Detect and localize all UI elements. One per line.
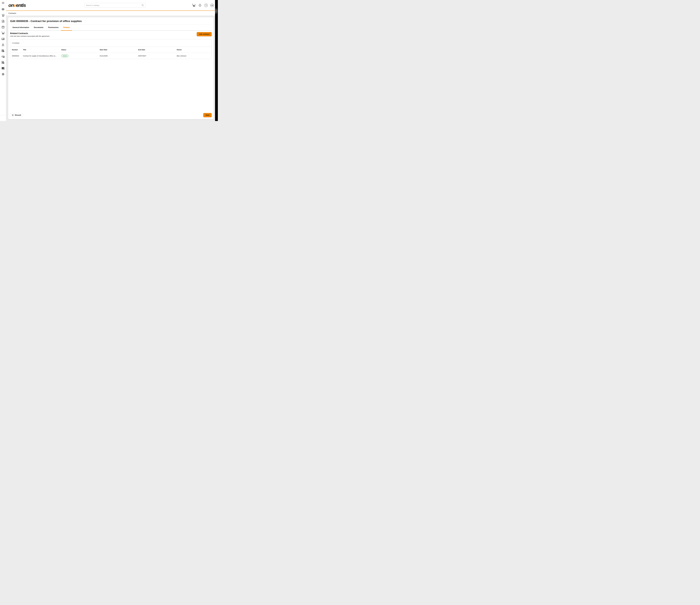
section-heading: Related Contracts: [10, 32, 50, 34]
page-title: Edit 00000035 - Contract for provision o…: [10, 20, 211, 23]
topbar-icons: ? CM: [192, 0, 214, 10]
sidebar-item-contracts-handshake[interactable]: [0, 18, 6, 24]
related-contracts-table: 1 Contract Number Title Status Start Dat…: [10, 39, 212, 59]
avatar: CM: [210, 4, 214, 7]
app-root: %: [0, 0, 218, 121]
screen-right-edge: [215, 0, 218, 121]
cell-status: Active: [61, 54, 100, 57]
document-section-icon: §: [1, 61, 5, 64]
cell-title: Contract for supply of miscellaneous off…: [23, 55, 61, 57]
cart-icon: [192, 4, 196, 7]
logo-text-accent: v: [14, 2, 16, 8]
sidebar-item-contracts-legal[interactable]: §: [0, 59, 6, 66]
sidebar-item-goods-receipt[interactable]: [0, 13, 6, 18]
sidebar-item-catalogs[interactable]: [0, 24, 6, 30]
hamburger-icon: [2, 2, 4, 4]
topbar: onventis: [6, 0, 218, 11]
basket-clock-icon: [1, 55, 5, 58]
bar-chart-icon: [1, 38, 5, 41]
column-header-end-date: End Date: [138, 49, 177, 51]
tab-documents[interactable]: Documents: [31, 25, 46, 31]
gear-icon: [1, 73, 5, 76]
close-icon: [12, 114, 14, 116]
breadcrumb-bar: Contracts: [6, 11, 218, 16]
search-input[interactable]: [86, 4, 141, 6]
link-contract-button[interactable]: Link contract: [197, 32, 212, 36]
column-header-start-date: Start Date: [100, 49, 138, 51]
main-column: onventis: [6, 0, 218, 121]
sidebar: %: [0, 0, 6, 121]
save-button[interactable]: Save: [203, 113, 212, 117]
cell-start-date: 01/11/2025: [100, 55, 138, 57]
content-area: Edit 00000035 - Contract for provision o…: [6, 16, 218, 121]
cell-owner: Alex Johnson: [177, 55, 210, 57]
account-button[interactable]: CM: [210, 4, 214, 7]
section-header-row: Related Contracts Link and view contract…: [10, 32, 212, 37]
table-count-label: 1 Contract: [10, 39, 211, 47]
sidebar-nav: %: [0, 6, 6, 77]
sidebar-item-users[interactable]: [0, 42, 6, 48]
sidebar-item-approvals[interactable]: [0, 66, 6, 71]
bee-icon: [1, 8, 5, 11]
discard-label: Discard: [15, 114, 21, 116]
open-book-icon: [1, 26, 5, 29]
search-icon[interactable]: [141, 4, 144, 7]
tab-related[interactable]: Related: [61, 25, 72, 31]
cart-icon: [1, 31, 5, 34]
logo-text-prefix: on: [8, 2, 14, 8]
sidebar-item-shop[interactable]: [0, 30, 6, 36]
table-row[interactable]: 00000032 Contract for supply of miscella…: [10, 53, 211, 59]
contract-edit-card: Edit 00000035 - Contract for provision o…: [8, 17, 214, 119]
section-subtitle: Link and view contracts associated with …: [10, 35, 50, 37]
bell-icon: [198, 4, 202, 7]
onventis-logo[interactable]: onventis: [8, 2, 26, 8]
logo-text-suffix: entis: [16, 2, 26, 8]
catalog-search: [84, 3, 146, 7]
cell-number: 00000032: [12, 55, 23, 57]
tab-permissions[interactable]: Permissions: [46, 25, 61, 31]
svg-text:%: %: [3, 51, 4, 52]
document-handshake-icon: [2, 20, 5, 23]
sidebar-item-reports[interactable]: [0, 36, 6, 42]
cart-button[interactable]: [192, 4, 196, 7]
list-check-icon: [1, 67, 5, 70]
svg-text:§: §: [3, 63, 4, 64]
tab-bar: General Information Documents Permission…: [10, 25, 212, 31]
document-percent-icon: %: [1, 49, 5, 52]
status-badge: Active: [61, 54, 69, 57]
help-icon: ?: [204, 4, 208, 7]
column-header-status: Status: [61, 49, 100, 51]
breadcrumb[interactable]: Contracts: [8, 12, 16, 14]
help-button[interactable]: ?: [204, 4, 208, 7]
menu-icon[interactable]: [0, 0, 6, 6]
user-crown-icon: [1, 43, 5, 46]
cell-end-date: 20/07/2027: [138, 55, 177, 57]
discard-button[interactable]: Discard: [10, 113, 23, 117]
hand-truck-icon: [2, 14, 5, 17]
sidebar-item-invoices[interactable]: %: [0, 48, 6, 54]
section-header-text: Related Contracts Link and view contract…: [10, 32, 50, 37]
column-header-owner: Owner: [177, 49, 210, 51]
column-header-title: Title: [23, 49, 61, 51]
card-footer: Discard Save: [8, 113, 214, 119]
edge-artifact: [215, 8, 218, 14]
tab-general-information[interactable]: General Information: [10, 25, 31, 31]
card-header: Edit 00000035 - Contract for provision o…: [10, 17, 212, 25]
notifications-button[interactable]: [198, 4, 202, 7]
sidebar-item-settings[interactable]: [0, 71, 6, 77]
column-header-number: Number: [12, 49, 23, 51]
sidebar-item-marketplace[interactable]: [0, 6, 6, 13]
sidebar-item-orders-pending[interactable]: [0, 54, 6, 59]
table-header-row: Number Title Status Start Date End Date …: [10, 47, 211, 53]
